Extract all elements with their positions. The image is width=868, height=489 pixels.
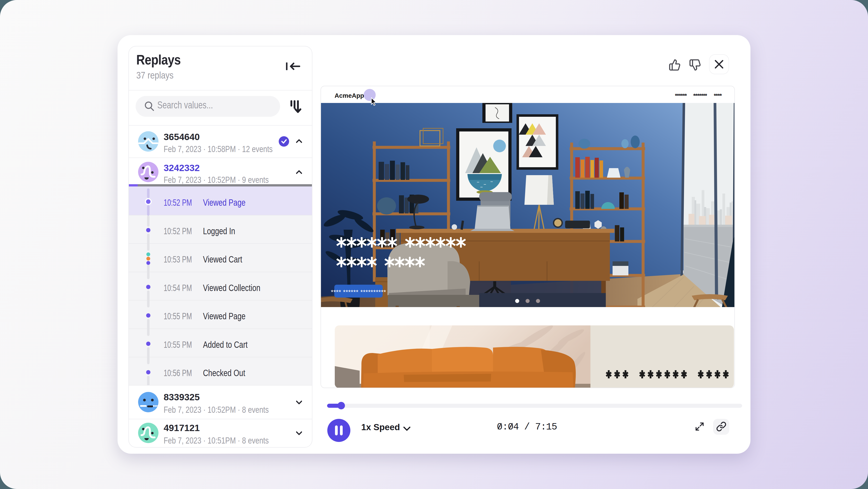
svg-text:**** ****** **********: **** ****** **********: [331, 289, 386, 295]
